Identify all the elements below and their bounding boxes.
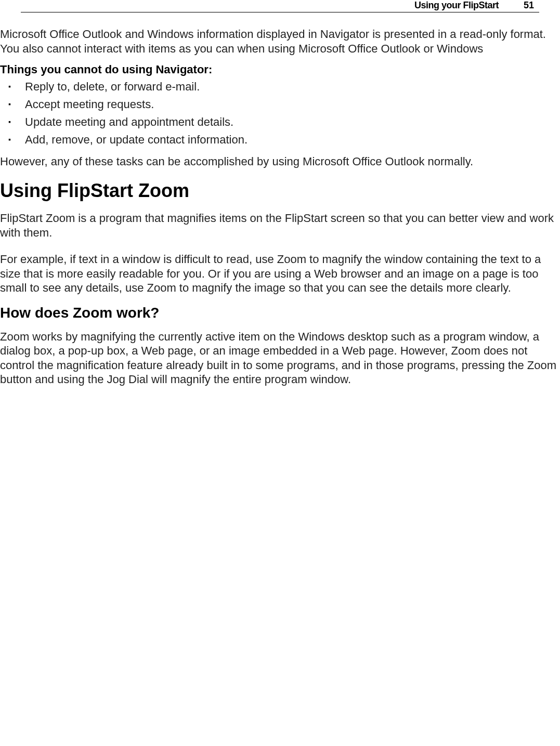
list-item: Add, remove, or update contact informati… bbox=[15, 132, 560, 148]
how-paragraph: Zoom works by magnifying the currently a… bbox=[0, 330, 560, 387]
subhead-cannot: Things you cannot do using Navigator: bbox=[0, 63, 560, 76]
heading-zoom: Using FlipStart Zoom bbox=[0, 180, 560, 202]
header-section-title: Using your FlipStart bbox=[414, 0, 499, 11]
zoom-paragraph-2: For example, if text in a window is diff… bbox=[0, 252, 560, 295]
cannot-list: Reply to, delete, or forward e-mail. Acc… bbox=[0, 78, 560, 148]
zoom-paragraph-1: FlipStart Zoom is a program that magnifi… bbox=[0, 211, 560, 240]
however-paragraph: However, any of these tasks can be accom… bbox=[0, 154, 560, 169]
page-header: Using your FlipStart 51 bbox=[21, 0, 539, 12]
page-content: Microsoft Office Outlook and Windows inf… bbox=[0, 12, 560, 387]
header-page-number: 51 bbox=[524, 0, 534, 11]
list-item: Reply to, delete, or forward e-mail. bbox=[15, 78, 560, 95]
list-item: Update meeting and appointment details. bbox=[15, 114, 560, 130]
heading-how: How does Zoom work? bbox=[0, 305, 560, 321]
intro-paragraph: Microsoft Office Outlook and Windows inf… bbox=[0, 27, 560, 56]
list-item: Accept meeting requests. bbox=[15, 96, 560, 113]
